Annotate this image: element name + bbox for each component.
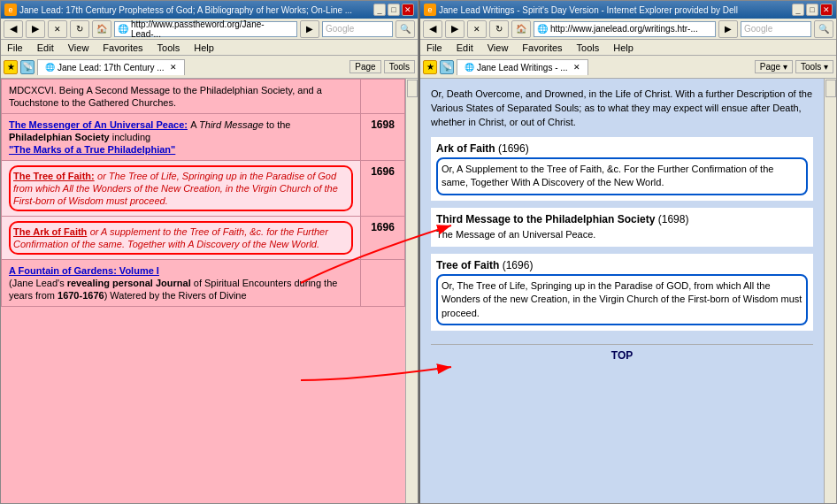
entry-link-3[interactable]: The Tree of Faith: (13, 171, 95, 181)
menu-favorites-right[interactable]: Favorites (519, 42, 564, 54)
tab-close-right[interactable]: ✕ (573, 63, 580, 72)
menu-favorites-left[interactable]: Favorites (100, 42, 145, 54)
entry-text-cell-5: A Fountain of Gardens: Volume I (Jane Le… (2, 260, 361, 307)
close-btn-left[interactable]: ✕ (402, 4, 414, 16)
feeds-icon-left[interactable]: 📡 (20, 60, 35, 74)
section-ark-title-row: Ark of Faith (1696) (436, 142, 808, 155)
right-menu-bar: File Edit View Favorites Tools Help (420, 40, 836, 56)
menu-file-right[interactable]: File (424, 42, 445, 54)
favorites-star-right[interactable]: ★ (423, 60, 437, 74)
menu-file-left[interactable]: File (4, 42, 26, 54)
entry-text-cell-2: The Messenger of An Universal Peace: A T… (2, 114, 361, 161)
address-bar-left[interactable]: 🌐 http://www.passtheword.org/Jane-Lead-.… (114, 21, 297, 37)
entry-link-4[interactable]: The Ark of Faith (13, 226, 87, 237)
address-bar-right[interactable]: 🌐 http://www.janelead.org/writings.htr-.… (534, 21, 716, 37)
tab-right[interactable]: 🌐 Jane Lead Writings - ... ✕ (457, 59, 588, 75)
close-btn-right[interactable]: ✕ (820, 4, 833, 16)
entry-text-cell-3: The Tree of Faith: or The Tree of Life, … (2, 161, 361, 217)
right-nav-toolbar: ◀ ▶ ✕ ↻ 🏠 🌐 http://www.janelead.org/writ… (420, 19, 836, 40)
tab-left[interactable]: 🌐 Jane Lead: 17th Century ... ✕ (37, 59, 185, 75)
entry-circled-4: The Ark of Faith or A supplement to the … (9, 221, 353, 255)
section-third-year: (1698) (658, 213, 689, 225)
maximize-btn-right[interactable]: □ (806, 4, 818, 16)
feeds-icon-right[interactable]: 📡 (440, 60, 454, 74)
tab-close-left[interactable]: ✕ (170, 63, 177, 72)
left-scrollbar[interactable] (405, 79, 418, 503)
url-text-right: http://www.janelead.org/writings.htr-... (550, 24, 698, 34)
tools-btn-right[interactable]: Tools ▾ (795, 60, 833, 73)
table-row: The Ark of Faith or A supplement to the … (2, 217, 405, 260)
section-third-title-row: Third Message to the Philadelphian Socie… (436, 213, 808, 225)
back-btn-left[interactable]: ◀ (4, 20, 23, 38)
entry-text-cell-1: MDCXCVI. Being A Second Message to the P… (2, 80, 361, 114)
right-window-title: Jane Lead Writings - Spirit's Day Versio… (439, 5, 738, 15)
minimize-btn-right[interactable]: _ (792, 4, 804, 16)
forward-btn-right[interactable]: ▶ (445, 20, 465, 38)
stop-btn-left[interactable]: ✕ (48, 20, 67, 38)
tab-label-left: Jane Lead: 17th Century ... (58, 63, 165, 73)
section-ark-body-outlined: Or, A Supplement to the Tree of Faith, &… (436, 157, 808, 195)
ie-icon-right: e (424, 4, 436, 16)
search-go-btn-right[interactable]: 🔍 (814, 20, 833, 38)
page-btn-right[interactable]: Page ▾ (755, 60, 793, 73)
entry-text-1: MDCXCVI. Being A Second Message to the P… (9, 85, 322, 108)
search-bar-left[interactable]: Google (322, 21, 393, 37)
home-btn-right[interactable]: 🏠 (511, 20, 531, 38)
search-bar-right[interactable]: Google (741, 21, 811, 37)
stop-btn-right[interactable]: ✕ (467, 20, 487, 38)
entry-subtitle2-link-2[interactable]: "The Marks of a True Philadelphian" (9, 144, 175, 155)
menu-edit-left[interactable]: Edit (35, 42, 57, 54)
left-title-bar: e Jane Lead: 17th Century Prophetess of … (1, 1, 418, 19)
search-text-right: Google (744, 24, 772, 34)
top-link[interactable]: TOP (431, 344, 813, 362)
search-text-left: Google (326, 24, 354, 34)
section-tree-body: Or, The Tree of Life, Springing up in th… (442, 280, 802, 318)
forward-btn-left[interactable]: ▶ (26, 20, 45, 38)
right-title-bar: e Jane Lead Writings - Spirit's Day Vers… (420, 1, 836, 19)
go-btn-right[interactable]: ▶ (718, 20, 738, 38)
menu-view-right[interactable]: View (485, 42, 511, 54)
left-toolbar-2: ★ 📡 🌐 Jane Lead: 17th Century ... ✕ Page… (1, 56, 418, 79)
menu-view-left[interactable]: View (65, 42, 92, 54)
entry-year-1 (361, 80, 405, 114)
refresh-btn-left[interactable]: ↻ (70, 20, 89, 38)
lock-icon-right: 🌐 (537, 24, 548, 34)
table-row: A Fountain of Gardens: Volume I (Jane Le… (2, 260, 405, 307)
url-text-left: http://www.passtheword.org/Jane-Lead-... (131, 19, 294, 39)
scroll-thumb-left[interactable] (407, 80, 418, 97)
go-btn-left[interactable]: ▶ (300, 20, 319, 38)
menu-edit-right[interactable]: Edit (454, 42, 476, 54)
entry-link-2[interactable]: The Messenger of An Universal Peace: (9, 119, 188, 130)
home-btn-left[interactable]: 🏠 (92, 20, 111, 38)
favorites-star-left[interactable]: ★ (4, 60, 18, 74)
bibliography-table: MDCXCVI. Being A Second Message to the P… (1, 79, 405, 307)
ie-icon-left: e (4, 4, 17, 16)
minimize-btn-left[interactable]: _ (373, 4, 386, 16)
maximize-btn-left[interactable]: □ (388, 4, 400, 16)
section-tree-title: Tree of Faith (436, 259, 499, 271)
table-row: The Messenger of An Universal Peace: A T… (2, 114, 405, 161)
menu-tools-left[interactable]: Tools (155, 42, 183, 54)
section-third-msg: Third Message to the Philadelphian Socie… (431, 208, 813, 247)
section-ark-body: Or, A Supplement to the Tree of Faith, &… (442, 164, 773, 187)
lock-icon-left: 🌐 (118, 24, 128, 34)
right-toolbar-2: ★ 📡 🌐 Jane Lead Writings - ... ✕ Page ▾ … (420, 56, 836, 79)
menu-tools-right[interactable]: Tools (574, 42, 603, 54)
right-scrollbar[interactable] (824, 79, 836, 503)
section-tree-title-row: Tree of Faith (1696) (436, 259, 808, 271)
menu-help-left[interactable]: Help (191, 42, 217, 54)
entry-year-5 (361, 260, 405, 307)
section-third-title: Third Message to the Philadelphian Socie… (436, 213, 655, 225)
entry-text-cell-4: The Ark of Faith or A supplement to the … (2, 217, 361, 260)
back-btn-right[interactable]: ◀ (423, 20, 442, 38)
section-tree-year: (1696) (503, 259, 534, 271)
search-go-btn-left[interactable]: 🔍 (395, 20, 415, 38)
left-menu-bar: File Edit View Favorites Tools Help (1, 40, 418, 56)
refresh-btn-right[interactable]: ↻ (489, 20, 509, 38)
entry-link-5[interactable]: A Fountain of Gardens: Volume I (9, 265, 159, 276)
page-btn-left[interactable]: Page (349, 60, 380, 73)
scroll-thumb-right[interactable] (825, 80, 836, 97)
menu-help-right[interactable]: Help (610, 42, 636, 54)
tools-btn-left[interactable]: Tools (384, 60, 415, 73)
section-third-body-text: The Message of an Universal Peace. (436, 229, 595, 240)
